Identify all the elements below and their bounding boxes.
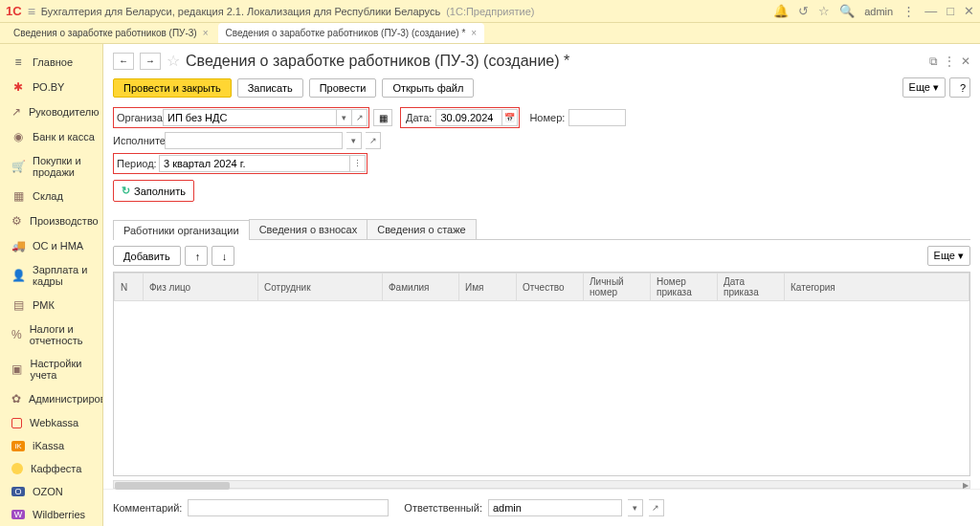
col-name[interactable]: Имя [459,274,517,301]
date-field-group: Дата: 📅 [400,107,520,128]
sidebar-item-assets[interactable]: 🚚ОС и НМА [0,233,102,258]
nav-back-button[interactable]: ← [113,53,134,70]
dropdown-icon[interactable]: ▾ [346,132,362,149]
spinner-icon[interactable]: ⋮ [350,155,366,172]
link-icon[interactable]: ⧉ [929,55,938,68]
number-input[interactable] [568,109,626,126]
tab-close-icon[interactable]: × [471,28,477,38]
picker-button[interactable]: ▦ [373,109,392,126]
topbar: 1C ≡ Бухгалтерия для Беларуси, редакция … [0,0,980,23]
kaffesta-icon [11,463,23,474]
sidebar-item-tax[interactable]: %Налоги и отчетность [0,318,102,352]
sidebar-item-kaffesta[interactable]: Каффеста [0,457,102,480]
comment-input[interactable] [188,499,389,516]
sidebar-item-main[interactable]: ≡Главное [0,50,102,75]
table-header-row: N Физ лицо Сотрудник Фамилия Имя Отчеств… [115,274,969,301]
chart-icon: ↗ [11,105,21,119]
responsible-input[interactable] [488,499,622,516]
calendar-icon[interactable]: 📅 [502,109,518,126]
tab-close-icon[interactable]: × [203,28,209,38]
history-icon[interactable]: ↺ [798,4,809,18]
sidebar-item-sales[interactable]: 🛒Покупки и продажи [0,149,102,184]
exec-input[interactable] [165,132,343,149]
window-tab[interactable]: Сведения о заработке работников (ПУ-3) × [6,23,216,43]
sidebar-item-rmk[interactable]: ▤РМК [0,293,102,318]
col-category[interactable]: Категория [785,274,969,301]
refresh-icon: ↻ [122,185,130,197]
tab-workers[interactable]: Работники организации [113,220,250,240]
sidebar-item-settings[interactable]: ▣Настройки учета [0,352,102,386]
open-icon[interactable]: ↗ [649,499,664,516]
dropdown-icon[interactable]: ▾ [337,109,352,126]
col-person[interactable]: Физ лицо [144,274,258,301]
tab-service[interactable]: Сведения о стаже [367,219,477,239]
save-button[interactable]: Записать [237,78,303,98]
settings-icon[interactable]: ⋮ [902,4,915,18]
search-icon[interactable]: 🔍 [839,4,855,18]
workers-table[interactable]: N Физ лицо Сотрудник Фамилия Имя Отчеств… [113,272,970,476]
help-button[interactable]: ? [949,77,970,98]
nav-forward-button[interactable]: → [140,53,161,70]
star-icon[interactable]: ☆ [818,4,830,18]
col-personal-num[interactable]: Личный номер [584,274,651,301]
ikassa-icon: iK [11,441,25,451]
scroll-right-icon[interactable]: ▶ [960,481,971,491]
open-icon[interactable]: ↗ [366,132,381,149]
col-order-date[interactable]: Дата приказа [718,274,785,301]
dropdown-icon[interactable]: ▾ [628,499,643,516]
minimize-icon[interactable]: — [924,4,937,18]
open-icon[interactable]: ↗ [352,109,368,126]
settings-icon: ✿ [11,392,21,405]
sidebar-item-webkassa[interactable]: Webkassa [0,411,102,434]
sidebar-item-roby[interactable]: ✱РО.BY [0,75,102,99]
close-panel-icon[interactable]: ✕ [961,55,970,68]
app-subtitle: (1С:Предприятие) [446,6,534,17]
horizontal-scrollbar[interactable]: ◀ ▶ [113,480,970,489]
col-employee[interactable]: Сотрудник [258,274,383,301]
more-button[interactable]: Еще ▾ [902,77,946,98]
sub-tabs: Работники организации Сведения о взносах… [113,219,970,240]
move-up-button[interactable]: ↑ [185,246,208,266]
col-surname[interactable]: Фамилия [383,274,459,301]
org-input[interactable] [163,109,337,126]
window-tab[interactable]: Сведения о заработке работников (ПУ-3) (… [218,23,485,43]
book-icon: ▣ [11,362,22,376]
open-file-button[interactable]: Открыть файл [382,78,474,98]
wildberries-icon: W [11,510,25,519]
add-button[interactable]: Добавить [113,246,181,266]
sidebar-item-manager[interactable]: ↗Руководителю [0,99,102,124]
favorite-icon[interactable]: ☆ [167,52,180,70]
date-input[interactable] [435,109,502,126]
col-n[interactable]: N [115,274,144,301]
tab-contributions[interactable]: Сведения о взносах [249,219,368,239]
close-icon[interactable]: ✕ [964,4,974,18]
sidebar-item-production[interactable]: ⚙Производство [0,208,102,233]
window-tabs: Сведения о заработке работников (ПУ-3) ×… [0,23,980,44]
period-input[interactable] [159,155,350,172]
period-label: Период: [115,158,159,169]
post-button[interactable]: Провести [309,78,377,98]
sidebar-item-ikassa[interactable]: iKiKassa [0,434,102,457]
coin-icon: ◉ [11,130,25,143]
bell-icon[interactable]: 🔔 [773,4,789,18]
exec-label: Исполнитель: [113,135,161,146]
user-label[interactable]: admin [864,6,893,17]
more-icon[interactable]: ⋮ [944,55,955,68]
sidebar-item-hr[interactable]: 👤Зарплата и кадры [0,258,102,293]
save-close-button[interactable]: Провести и закрыть [113,78,232,98]
sidebar-item-warehouse[interactable]: ▦Склад [0,184,102,208]
table-more-button[interactable]: Еще ▾ [927,246,970,266]
move-down-button[interactable]: ↓ [212,246,234,266]
col-order-num[interactable]: Номер приказа [651,274,718,301]
cart-icon: 🛒 [11,160,25,173]
fill-button[interactable]: ↻ Заполнить [113,180,194,202]
truck-icon: 🚚 [11,239,25,252]
maximize-icon[interactable]: □ [947,4,954,18]
hamburger-icon[interactable]: ≡ [28,4,35,19]
sidebar-item-ozon[interactable]: OOZON [0,480,102,503]
sidebar-item-admin[interactable]: ✿Администрирование [0,386,102,411]
col-patronymic[interactable]: Отчество [517,274,584,301]
sidebar-item-wildberries[interactable]: WWildberries [0,503,102,526]
scroll-thumb[interactable] [115,482,230,490]
sidebar-item-bank[interactable]: ◉Банк и касса [0,124,102,149]
